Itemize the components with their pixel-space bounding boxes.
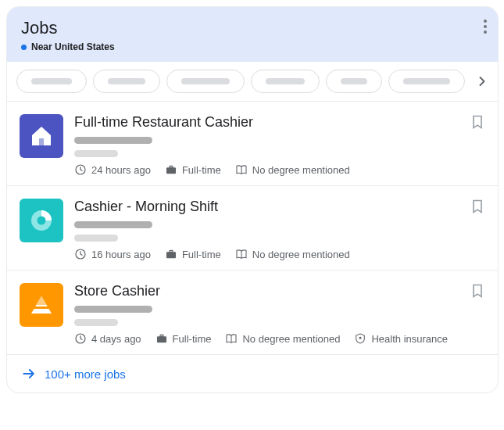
jobs-title: Jobs <box>21 18 484 38</box>
job-meta-row: 16 hours ago Full-time No degree mention… <box>74 248 485 260</box>
bookmark-icon <box>470 197 485 216</box>
bookmark-icon <box>470 113 485 131</box>
filter-scroll-right-button[interactable] <box>471 70 493 92</box>
svg-rect-5 <box>166 167 176 174</box>
filter-chip[interactable] <box>16 70 87 93</box>
clock-icon <box>74 332 87 345</box>
svg-rect-19 <box>160 335 163 336</box>
book-icon <box>225 332 238 345</box>
filter-chip[interactable] <box>93 70 160 93</box>
svg-rect-6 <box>170 166 173 167</box>
bookmark-button[interactable] <box>470 113 485 131</box>
briefcase-icon <box>165 163 177 176</box>
job-title: Full-time Restaurant Cashier <box>74 114 485 131</box>
svg-point-2 <box>484 30 487 34</box>
arrow-right-icon <box>21 366 37 382</box>
location-dot-icon <box>21 45 27 50</box>
degree-requirement: No degree mentioned <box>235 163 350 176</box>
more-jobs-label: 100+ more jobs <box>45 367 126 381</box>
filter-chip[interactable] <box>388 70 465 93</box>
job-body: Full-time Restaurant Cashier 24 hours ag… <box>74 114 485 176</box>
location-placeholder <box>74 150 118 157</box>
location-placeholder <box>74 235 118 242</box>
shield-icon <box>354 332 366 345</box>
svg-rect-11 <box>166 252 176 258</box>
jobs-card: Jobs Near United States <box>6 6 499 393</box>
svg-point-9 <box>38 217 46 225</box>
clock-icon <box>74 163 87 176</box>
degree-requirement: No degree mentioned <box>225 332 340 345</box>
benefit: Health insurance <box>354 332 448 345</box>
filter-chips-row <box>7 62 498 102</box>
chevron-right-icon <box>474 73 490 89</box>
job-listing[interactable]: Full-time Restaurant Cashier 24 hours ag… <box>7 102 498 186</box>
jobs-subtitle: Near United States <box>31 41 115 52</box>
more-jobs-link[interactable]: 100+ more jobs <box>7 355 498 392</box>
job-listing[interactable]: Cashier - Morning Shift 16 hours ago Ful… <box>7 186 498 271</box>
donut-icon <box>28 207 55 234</box>
posted-time: 4 days ago <box>74 332 141 345</box>
filter-chip[interactable] <box>326 70 382 93</box>
job-type: Full-time <box>165 163 221 176</box>
job-body: Cashier - Morning Shift 16 hours ago Ful… <box>74 199 485 260</box>
book-icon <box>235 248 248 260</box>
posted-time: 24 hours ago <box>74 163 151 176</box>
bookmark-button[interactable] <box>470 197 485 216</box>
filter-chip[interactable] <box>251 70 320 93</box>
house-icon <box>30 124 53 148</box>
filter-chip[interactable] <box>166 70 245 93</box>
location-placeholder <box>74 319 118 326</box>
svg-rect-16 <box>34 306 49 309</box>
company-logo <box>20 114 63 158</box>
company-name-placeholder <box>74 221 152 228</box>
company-name-placeholder <box>74 137 152 144</box>
svg-rect-12 <box>170 250 173 252</box>
job-body: Store Cashier 4 days ago Full-time No de… <box>74 283 485 345</box>
svg-point-1 <box>484 25 487 28</box>
book-icon <box>235 163 248 176</box>
job-meta-row: 4 days ago Full-time No degree mentioned… <box>74 332 485 345</box>
job-title: Store Cashier <box>74 283 485 299</box>
bookmark-button[interactable] <box>470 281 485 300</box>
job-type: Full-time <box>165 248 221 260</box>
bookmark-icon <box>470 281 485 300</box>
overflow-menu-icon <box>484 20 487 34</box>
job-meta-row: 24 hours ago Full-time No degree mention… <box>74 163 485 176</box>
degree-requirement: No degree mentioned <box>235 248 350 260</box>
jobs-subtitle-row: Near United States <box>21 41 484 52</box>
jobs-header: Jobs Near United States <box>7 7 498 62</box>
svg-marker-15 <box>37 296 47 305</box>
svg-rect-18 <box>157 336 166 342</box>
company-logo <box>20 199 63 242</box>
job-listing[interactable]: Store Cashier 4 days ago Full-time No de… <box>7 271 498 355</box>
svg-rect-3 <box>39 138 44 145</box>
overflow-menu-button[interactable] <box>484 20 487 34</box>
clock-icon <box>74 248 87 260</box>
job-title: Cashier - Morning Shift <box>74 199 485 215</box>
briefcase-icon <box>165 248 177 260</box>
svg-point-0 <box>484 20 487 23</box>
company-name-placeholder <box>74 306 152 313</box>
briefcase-icon <box>155 332 168 345</box>
triangle-icon <box>28 292 55 318</box>
company-logo <box>20 283 63 327</box>
job-type: Full-time <box>155 332 212 345</box>
svg-point-21 <box>359 337 362 339</box>
posted-time: 16 hours ago <box>74 248 151 260</box>
